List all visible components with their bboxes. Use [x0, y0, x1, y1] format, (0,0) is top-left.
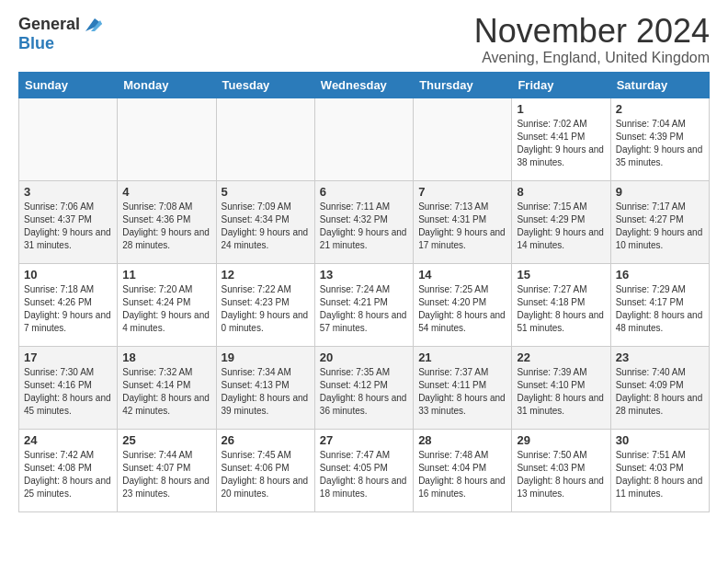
day-info: Sunrise: 7:27 AMSunset: 4:18 PMDaylight:… [517, 283, 605, 335]
day-number: 22 [517, 350, 605, 364]
table-row: 15Sunrise: 7:27 AMSunset: 4:18 PMDayligh… [512, 264, 610, 347]
logo-text: General Blue [18, 15, 104, 53]
calendar-week-row: 3Sunrise: 7:06 AMSunset: 4:37 PMDaylight… [19, 181, 710, 264]
day-number: 14 [418, 268, 506, 282]
day-info: Sunrise: 7:44 AMSunset: 4:07 PMDaylight:… [122, 449, 210, 500]
day-info: Sunrise: 7:20 AMSunset: 4:24 PMDaylight:… [122, 283, 210, 335]
table-row: 11Sunrise: 7:20 AMSunset: 4:24 PMDayligh… [118, 264, 216, 347]
header-wednesday: Wednesday [314, 73, 413, 98]
day-number: 29 [517, 433, 605, 447]
logo-blue: Blue [18, 34, 54, 52]
table-row: 22Sunrise: 7:39 AMSunset: 4:10 PMDayligh… [512, 347, 610, 430]
table-row: 23Sunrise: 7:40 AMSunset: 4:09 PMDayligh… [610, 347, 709, 430]
table-row: 2Sunrise: 7:04 AMSunset: 4:39 PMDaylight… [610, 98, 709, 181]
table-row: 20Sunrise: 7:35 AMSunset: 4:12 PMDayligh… [314, 347, 413, 430]
day-number: 12 [222, 268, 310, 282]
table-row: 14Sunrise: 7:25 AMSunset: 4:20 PMDayligh… [414, 264, 512, 347]
day-info: Sunrise: 7:18 AMSunset: 4:26 PMDaylight:… [24, 283, 112, 335]
day-info: Sunrise: 7:09 AMSunset: 4:34 PMDaylight:… [222, 201, 310, 252]
day-number: 21 [418, 350, 506, 364]
table-row: 12Sunrise: 7:22 AMSunset: 4:23 PMDayligh… [216, 264, 314, 347]
table-row: 8Sunrise: 7:15 AMSunset: 4:29 PMDaylight… [512, 181, 610, 264]
day-info: Sunrise: 7:51 AMSunset: 4:03 PMDaylight:… [616, 449, 704, 500]
day-info: Sunrise: 7:50 AMSunset: 4:03 PMDaylight:… [517, 449, 605, 500]
day-info: Sunrise: 7:32 AMSunset: 4:14 PMDaylight:… [122, 366, 210, 418]
table-row [314, 98, 413, 181]
day-number: 8 [517, 185, 605, 199]
day-number: 15 [517, 268, 605, 282]
day-info: Sunrise: 7:39 AMSunset: 4:10 PMDaylight:… [517, 366, 605, 418]
day-info: Sunrise: 7:45 AMSunset: 4:06 PMDaylight:… [222, 449, 310, 500]
day-number: 9 [616, 185, 704, 199]
day-number: 2 [616, 102, 704, 116]
day-info: Sunrise: 7:11 AMSunset: 4:32 PMDaylight:… [320, 201, 408, 252]
day-number: 18 [122, 350, 210, 364]
header-thursday: Thursday [414, 73, 512, 98]
subtitle: Avening, England, United Kingdom [474, 50, 710, 66]
day-number: 13 [320, 268, 408, 282]
day-info: Sunrise: 7:17 AMSunset: 4:27 PMDaylight:… [616, 201, 704, 252]
calendar-table: Sunday Monday Tuesday Wednesday Thursday… [18, 72, 710, 512]
table-row: 13Sunrise: 7:24 AMSunset: 4:21 PMDayligh… [314, 264, 413, 347]
month-title: November 2024 [474, 15, 710, 48]
table-row: 9Sunrise: 7:17 AMSunset: 4:27 PMDaylight… [610, 181, 709, 264]
table-row: 28Sunrise: 7:48 AMSunset: 4:04 PMDayligh… [414, 430, 512, 512]
table-row: 7Sunrise: 7:13 AMSunset: 4:31 PMDaylight… [414, 181, 512, 264]
table-row: 30Sunrise: 7:51 AMSunset: 4:03 PMDayligh… [610, 430, 709, 512]
table-row: 6Sunrise: 7:11 AMSunset: 4:32 PMDaylight… [314, 181, 413, 264]
header-saturday: Saturday [610, 73, 709, 98]
day-info: Sunrise: 7:24 AMSunset: 4:21 PMDaylight:… [320, 283, 408, 335]
table-row: 29Sunrise: 7:50 AMSunset: 4:03 PMDayligh… [512, 430, 610, 512]
table-row: 3Sunrise: 7:06 AMSunset: 4:37 PMDaylight… [19, 181, 118, 264]
day-info: Sunrise: 7:25 AMSunset: 4:20 PMDaylight:… [418, 283, 506, 335]
day-number: 23 [616, 350, 704, 364]
day-info: Sunrise: 7:47 AMSunset: 4:05 PMDaylight:… [320, 449, 408, 500]
day-info: Sunrise: 7:04 AMSunset: 4:39 PMDaylight:… [616, 118, 704, 169]
table-row: 4Sunrise: 7:08 AMSunset: 4:36 PMDaylight… [118, 181, 216, 264]
table-row [19, 98, 118, 181]
day-info: Sunrise: 7:37 AMSunset: 4:11 PMDaylight:… [418, 366, 506, 418]
day-info: Sunrise: 7:08 AMSunset: 4:36 PMDaylight:… [122, 201, 210, 252]
header-sunday: Sunday [19, 73, 118, 98]
header-tuesday: Tuesday [216, 73, 314, 98]
day-info: Sunrise: 7:13 AMSunset: 4:31 PMDaylight:… [418, 201, 506, 252]
day-number: 6 [320, 185, 408, 199]
day-info: Sunrise: 7:29 AMSunset: 4:17 PMDaylight:… [616, 283, 704, 335]
calendar-week-row: 24Sunrise: 7:42 AMSunset: 4:08 PMDayligh… [19, 430, 710, 512]
day-info: Sunrise: 7:42 AMSunset: 4:08 PMDaylight:… [24, 449, 112, 500]
table-row: 5Sunrise: 7:09 AMSunset: 4:34 PMDaylight… [216, 181, 314, 264]
day-number: 19 [222, 350, 310, 364]
day-number: 11 [122, 268, 210, 282]
table-row: 18Sunrise: 7:32 AMSunset: 4:14 PMDayligh… [118, 347, 216, 430]
table-row: 17Sunrise: 7:30 AMSunset: 4:16 PMDayligh… [19, 347, 118, 430]
page: General Blue November 2024 Avening, Engl… [0, 0, 728, 527]
day-info: Sunrise: 7:06 AMSunset: 4:37 PMDaylight:… [24, 201, 112, 252]
day-number: 1 [517, 102, 605, 116]
day-number: 25 [122, 433, 210, 447]
day-info: Sunrise: 7:02 AMSunset: 4:41 PMDaylight:… [517, 118, 605, 169]
calendar-week-row: 17Sunrise: 7:30 AMSunset: 4:16 PMDayligh… [19, 347, 710, 430]
title-block: November 2024 Avening, England, United K… [474, 15, 710, 66]
day-number: 20 [320, 350, 408, 364]
day-number: 5 [222, 185, 310, 199]
day-number: 17 [24, 350, 112, 364]
logo: General Blue [18, 15, 104, 53]
table-row: 1Sunrise: 7:02 AMSunset: 4:41 PMDaylight… [512, 98, 610, 181]
logo-icon [82, 15, 102, 35]
table-row: 19Sunrise: 7:34 AMSunset: 4:13 PMDayligh… [216, 347, 314, 430]
calendar-week-row: 1Sunrise: 7:02 AMSunset: 4:41 PMDaylight… [19, 98, 710, 181]
day-number: 4 [122, 185, 210, 199]
header-friday: Friday [512, 73, 610, 98]
logo-general: General [18, 16, 80, 34]
table-row: 27Sunrise: 7:47 AMSunset: 4:05 PMDayligh… [314, 430, 413, 512]
day-info: Sunrise: 7:35 AMSunset: 4:12 PMDaylight:… [320, 366, 408, 418]
day-info: Sunrise: 7:48 AMSunset: 4:04 PMDaylight:… [418, 449, 506, 500]
table-row: 16Sunrise: 7:29 AMSunset: 4:17 PMDayligh… [610, 264, 709, 347]
day-number: 27 [320, 433, 408, 447]
table-row [414, 98, 512, 181]
day-number: 3 [24, 185, 112, 199]
day-number: 28 [418, 433, 506, 447]
header: General Blue November 2024 Avening, Engl… [18, 15, 710, 66]
day-number: 24 [24, 433, 112, 447]
calendar-week-row: 10Sunrise: 7:18 AMSunset: 4:26 PMDayligh… [19, 264, 710, 347]
